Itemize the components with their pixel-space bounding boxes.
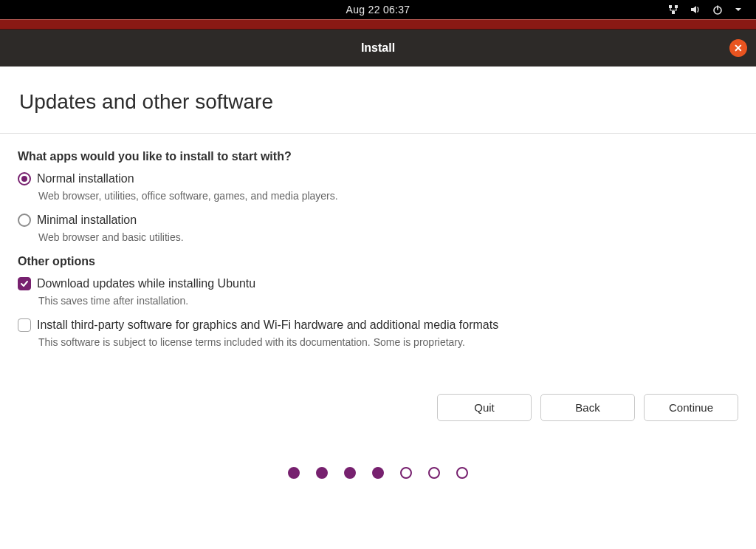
checkbox-download-updates[interactable]: Download updates while installing Ubuntu (18, 277, 738, 290)
volume-icon[interactable] (690, 4, 701, 16)
progress-indicator (0, 421, 756, 479)
svg-rect-0 (669, 5, 672, 8)
step-dot (316, 467, 328, 479)
continue-button[interactable]: Continue (644, 394, 738, 421)
radio-icon (18, 214, 31, 227)
system-topbar: Aug 22 06:37 (0, 0, 756, 19)
quit-button[interactable]: Quit (437, 394, 532, 421)
step-dot (456, 467, 468, 479)
radio-icon (18, 172, 31, 185)
installer-content: Updates and other software What apps wou… (0, 67, 756, 364)
step-dot (372, 467, 384, 479)
step-dot (288, 467, 300, 479)
option-description: Web browser and basic utilities. (38, 231, 738, 243)
step-dot (428, 467, 440, 479)
other-options-heading: Other options (18, 255, 738, 268)
close-icon: ✕ (734, 43, 743, 53)
checkbox-icon (18, 318, 31, 332)
button-bar: Quit Back Continue (0, 364, 756, 421)
apps-question: What apps would you like to install to s… (18, 150, 738, 163)
checkbox-icon (18, 277, 31, 290)
power-icon[interactable] (712, 4, 724, 16)
option-description: This saves time after installation. (38, 295, 738, 307)
radio-minimal-installation[interactable]: Minimal installation (18, 214, 738, 227)
system-tray[interactable] (667, 0, 743, 19)
step-dot (400, 467, 412, 479)
option-label: Download updates while installing Ubuntu (37, 277, 255, 290)
network-icon[interactable] (667, 4, 679, 16)
accent-bar (0, 19, 756, 30)
svg-rect-1 (675, 5, 678, 8)
option-label: Normal installation (37, 172, 134, 185)
checkbox-third-party[interactable]: Install third-party software for graphic… (18, 318, 738, 332)
chevron-down-icon[interactable] (734, 5, 743, 14)
window-title: Install (361, 41, 395, 55)
option-label: Install third-party software for graphic… (37, 318, 498, 332)
radio-normal-installation[interactable]: Normal installation (18, 172, 738, 185)
clock-text: Aug 22 06:37 (346, 4, 410, 16)
option-description: Web browser, utilities, office software,… (38, 190, 738, 202)
option-description: This software is subject to license term… (38, 336, 738, 348)
window-titlebar: Install ✕ (0, 30, 756, 67)
option-label: Minimal installation (37, 214, 137, 227)
close-button[interactable]: ✕ (729, 39, 747, 57)
step-dot (344, 467, 356, 479)
back-button[interactable]: Back (540, 394, 635, 421)
page-title: Updates and other software (18, 84, 738, 133)
